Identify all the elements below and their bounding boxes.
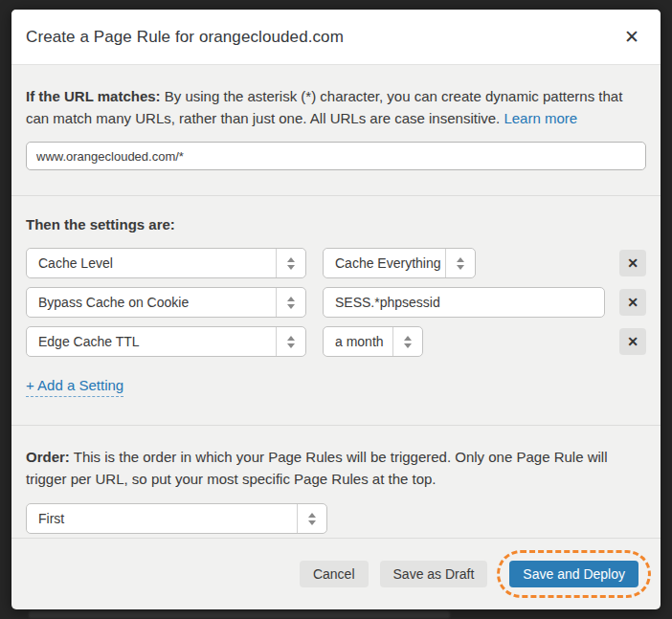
order-help-text: This is the order in which your Page Rul…: [26, 449, 608, 487]
remove-setting-button[interactable]: ✕: [619, 250, 646, 276]
select-caret-icon: [297, 504, 326, 533]
order-description: Order: This is the order in which your P…: [26, 446, 643, 490]
url-match-description: If the URL matches: By using the asteris…: [26, 85, 643, 129]
remove-icon: ✕: [627, 255, 638, 271]
close-icon[interactable]: ✕: [620, 24, 643, 50]
settings-heading: Then the settings are:: [26, 216, 646, 232]
select-caret-icon: [276, 249, 305, 277]
setting-value-text: a month: [324, 327, 392, 356]
modal-footer: Cancel Save as Draft Save and Deploy: [11, 539, 661, 609]
url-match-section: If the URL matches: By using the asteris…: [11, 65, 661, 196]
learn-more-link[interactable]: Learn more: [504, 110, 577, 126]
create-page-rule-modal: Create a Page Rule for orangeclouded.com…: [11, 10, 661, 609]
setting-name-value: Edge Cache TTL: [27, 327, 276, 356]
select-caret-icon: [392, 327, 422, 356]
setting-value-select[interactable]: a month: [323, 326, 423, 357]
cancel-button[interactable]: Cancel: [300, 561, 369, 587]
remove-setting-button[interactable]: ✕: [619, 289, 646, 316]
setting-name-value: Bypass Cache on Cookie: [27, 288, 276, 317]
annotation-highlight-ellipse: Save and Deploy: [497, 550, 651, 598]
setting-name-select[interactable]: Cache Level: [26, 248, 306, 278]
add-a-setting-link[interactable]: + Add a Setting: [26, 377, 123, 397]
select-caret-icon: [276, 327, 305, 356]
setting-name-value: Cache Level: [27, 249, 276, 277]
setting-row-edge-cache-ttl: Edge Cache TTL a month ✕: [26, 326, 646, 357]
save-and-deploy-button[interactable]: Save and Deploy: [509, 561, 638, 587]
setting-name-select[interactable]: Edge Cache TTL: [26, 326, 306, 357]
settings-section: Then the settings are: Cache Level Cache…: [11, 196, 661, 426]
remove-setting-button[interactable]: ✕: [619, 328, 646, 355]
url-match-label: If the URL matches:: [26, 88, 161, 104]
remove-icon: ✕: [627, 295, 638, 310]
order-section: Order: This is the order in which your P…: [11, 426, 661, 539]
modal-title: Create a Page Rule for orangeclouded.com: [26, 28, 344, 47]
save-as-draft-button[interactable]: Save as Draft: [380, 561, 488, 587]
remove-icon: ✕: [627, 334, 638, 349]
url-pattern-input[interactable]: [26, 142, 646, 170]
setting-row-cache-level: Cache Level Cache Everything ✕: [26, 248, 646, 278]
select-caret-icon: [445, 249, 475, 277]
select-caret-icon: [276, 288, 305, 317]
setting-value-select[interactable]: Cache Everything: [323, 248, 476, 278]
setting-row-bypass-cookie: Bypass Cache on Cookie ✕: [26, 287, 646, 318]
background-status-text: [29, 611, 450, 618]
order-value: First: [27, 504, 297, 533]
order-select[interactable]: First: [26, 503, 327, 534]
order-label: Order:: [26, 449, 70, 465]
setting-name-select[interactable]: Bypass Cache on Cookie: [26, 287, 306, 318]
dimmed-page-overlay: Create a Page Rule for orangeclouded.com…: [0, 0, 672, 619]
cookie-pattern-input[interactable]: [323, 287, 605, 318]
modal-header: Create a Page Rule for orangeclouded.com…: [11, 10, 661, 65]
setting-value-text: Cache Everything: [324, 249, 445, 277]
